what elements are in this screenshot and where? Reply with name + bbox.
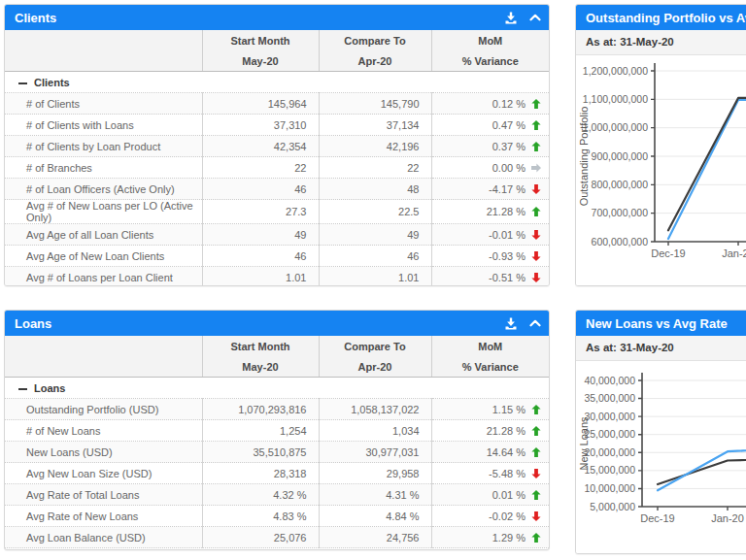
svg-text:20,000,000: 20,000,000 bbox=[584, 446, 635, 458]
arrow-down-icon bbox=[531, 251, 541, 261]
column-header: MoM bbox=[431, 30, 549, 50]
table-row: Avg New Loan Size (USD)28,31829,958-5.48… bbox=[5, 463, 549, 484]
metric-label: Outstanding Portfolio (USD) bbox=[5, 399, 202, 420]
loans-panel-title: Loans bbox=[15, 316, 51, 331]
compare-to-value: 29,958 bbox=[319, 463, 431, 484]
download-icon bbox=[504, 12, 518, 24]
arrow-up-icon bbox=[531, 405, 541, 414]
table-row: Avg # of Loans per Loan Client1.011.01-0… bbox=[5, 267, 549, 287]
compare-to-value: 37,134 bbox=[319, 115, 431, 136]
svg-text:15,000,000: 15,000,000 bbox=[584, 464, 635, 476]
compare-to-value: 1.01 bbox=[319, 267, 431, 287]
variance-value: -4.17 % bbox=[431, 179, 549, 200]
download-button[interactable] bbox=[504, 317, 518, 330]
download-icon bbox=[504, 317, 518, 330]
table-row: Outstanding Portfolio (USD)1,070,293,816… bbox=[5, 399, 549, 420]
clients-panel-title: Clients bbox=[15, 11, 56, 25]
table-row: Avg Rate of New Loans4.83 %4.84 %-0.02 % bbox=[5, 506, 549, 527]
new-loans-line-chart: 40,000,00035,000,00030,000,00025,000,000… bbox=[576, 361, 746, 553]
table-row: Avg Rate of Total Loans4.32 %4.31 %0.01 … bbox=[5, 484, 549, 506]
arrow-up-icon bbox=[531, 490, 541, 500]
variance-value: 1.29 % bbox=[431, 527, 549, 548]
variance-value: 21.28 % bbox=[431, 200, 549, 224]
start-month-value: 4.32 % bbox=[202, 484, 319, 506]
metric-label: # of Clients with Loans bbox=[5, 115, 202, 136]
variance-value: 0.01 % bbox=[431, 484, 549, 506]
start-month-value: 28,318 bbox=[202, 463, 319, 484]
compare-to-value: 145,790 bbox=[319, 93, 431, 115]
arrow-down-icon bbox=[531, 273, 541, 282]
svg-text:1,100,000,000: 1,100,000,000 bbox=[583, 93, 648, 105]
arrow-up-icon bbox=[531, 447, 541, 457]
table-row: # of Clients by Loan Product42,35442,196… bbox=[5, 136, 549, 157]
chart-panel-header: Outstanding Portfolio vs Avg Rate bbox=[576, 5, 746, 30]
arrow-up-icon bbox=[531, 142, 541, 151]
compare-to-value: 1,034 bbox=[319, 420, 431, 442]
series-line bbox=[668, 98, 746, 230]
arrow-down-icon bbox=[531, 230, 541, 240]
metric-label: Avg # of Loans per Loan Client bbox=[5, 267, 202, 287]
column-subheader: Apr-20 bbox=[319, 50, 431, 72]
svg-text:40,000,000: 40,000,000 bbox=[584, 375, 635, 386]
svg-text:800,000,000: 800,000,000 bbox=[592, 179, 649, 190]
start-month-value: 1,070,293,816 bbox=[202, 399, 319, 420]
collapse-button[interactable] bbox=[529, 14, 541, 21]
table-row: Avg Age of New Loan Clients4646-0.93 % bbox=[5, 246, 549, 267]
loans-panel: Loans Start Month Compare To MoM bbox=[4, 310, 550, 550]
collapse-group-icon[interactable] bbox=[18, 388, 27, 390]
start-month-value: 49 bbox=[202, 224, 319, 246]
start-month-value: 145,964 bbox=[202, 93, 319, 115]
group-label: Clients bbox=[34, 77, 70, 88]
chart-panel-title: New Loans vs Avg Rate bbox=[586, 316, 728, 331]
start-month-value: 42,354 bbox=[202, 136, 319, 157]
metric-label: Avg New Loan Size (USD) bbox=[5, 463, 202, 484]
as-at-date-label: As at: 31-May-20 bbox=[576, 336, 746, 361]
empty-header-cell bbox=[5, 50, 202, 72]
metric-label: Avg Age of all Loan Clients bbox=[5, 224, 202, 246]
column-header: Compare To bbox=[319, 336, 431, 356]
variance-value: 0.12 % bbox=[431, 93, 549, 115]
new-loans-chart-panel: New Loans vs Avg Rate As at: 31-May-20 4… bbox=[575, 310, 746, 554]
start-month-value: 46 bbox=[202, 179, 319, 200]
arrow-down-icon bbox=[531, 511, 541, 521]
variance-value: 0.47 % bbox=[431, 115, 549, 136]
metric-label: # of New Loans bbox=[5, 420, 202, 442]
compare-to-value: 46 bbox=[319, 246, 431, 267]
svg-text:25,000,000: 25,000,000 bbox=[584, 428, 635, 440]
chevron-up-icon bbox=[529, 319, 541, 327]
variance-value: -5.48 % bbox=[431, 463, 549, 484]
metric-label: New Loans (USD) bbox=[5, 442, 202, 463]
svg-text:5,000,000: 5,000,000 bbox=[590, 501, 635, 512]
column-subheader: % Variance bbox=[431, 356, 549, 378]
outstanding-portfolio-chart-panel: Outstanding Portfolio vs Avg Rate As at:… bbox=[575, 4, 746, 286]
arrow-up-icon bbox=[531, 426, 541, 436]
download-button[interactable] bbox=[504, 12, 518, 24]
variance-value: -0.51 % bbox=[431, 267, 549, 287]
metric-label: Avg Loan Balance (USD) bbox=[5, 527, 202, 548]
metric-label: Avg Age of New Loan Clients bbox=[5, 246, 202, 267]
clients-table: Start Month Compare To MoM May-20 Apr-20… bbox=[5, 30, 549, 286]
variance-value: -0.02 % bbox=[431, 506, 549, 527]
arrow-down-icon bbox=[531, 184, 541, 194]
table-row: Avg Age of all Loan Clients4949-0.01 % bbox=[5, 224, 549, 246]
column-subheader: May-20 bbox=[202, 50, 319, 72]
svg-text:1,200,000,000: 1,200,000,000 bbox=[583, 65, 648, 77]
metric-label: # of Clients bbox=[5, 93, 202, 115]
svg-text:700,000,000: 700,000,000 bbox=[592, 207, 649, 218]
group-row: Loans bbox=[5, 378, 549, 399]
metric-label: # of Loan Officers (Active Only) bbox=[5, 179, 202, 200]
chart-panel-header: New Loans vs Avg Rate bbox=[576, 311, 746, 336]
compare-to-value: 30,977,031 bbox=[319, 442, 431, 463]
variance-value: 0.37 % bbox=[431, 136, 549, 157]
collapse-group-icon[interactable] bbox=[18, 82, 27, 84]
collapse-button[interactable] bbox=[529, 319, 541, 327]
start-month-value: 22 bbox=[202, 157, 319, 179]
loans-table: Start Month Compare To MoM May-20 Apr-20… bbox=[5, 336, 549, 548]
compare-to-value: 4.84 % bbox=[319, 506, 431, 527]
compare-to-value: 48 bbox=[319, 179, 431, 200]
series-line bbox=[668, 99, 746, 239]
compare-to-value: 49 bbox=[319, 224, 431, 246]
table-row: # of Loan Officers (Active Only)4648-4.1… bbox=[5, 179, 549, 200]
svg-text:1,000,000,000: 1,000,000,000 bbox=[583, 121, 648, 133]
column-subheader: % Variance bbox=[431, 50, 549, 72]
